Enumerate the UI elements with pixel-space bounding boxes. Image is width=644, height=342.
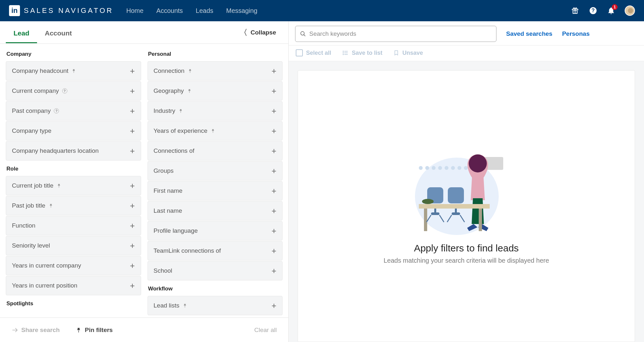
- empty-state-illustration: [415, 148, 518, 235]
- linkedin-logo-icon[interactable]: in: [9, 5, 20, 16]
- plus-icon[interactable]: +: [130, 127, 135, 135]
- plus-icon[interactable]: +: [130, 67, 135, 75]
- select-all-checkbox[interactable]: [296, 49, 303, 56]
- role-filter-4[interactable]: Years in current company+: [6, 256, 141, 275]
- gift-icon[interactable]: [571, 6, 580, 15]
- save-to-list-action[interactable]: Save to list: [342, 50, 382, 56]
- nav-accounts[interactable]: Accounts: [156, 7, 183, 15]
- share-search-button[interactable]: Share search: [12, 327, 60, 334]
- workflow-filter-0[interactable]: Lead lists+: [148, 296, 283, 315]
- company-filter-label-1: Current company: [12, 87, 59, 94]
- help-icon[interactable]: ?: [62, 88, 67, 93]
- pin-icon: [178, 109, 183, 113]
- personal-filter-9[interactable]: TeamLink connections of+: [148, 241, 283, 260]
- plus-icon[interactable]: +: [130, 221, 135, 230]
- personal-filter-label-8: Profile language: [154, 227, 198, 234]
- section-role: Role: [6, 161, 141, 176]
- nav-home[interactable]: Home: [126, 7, 143, 15]
- plus-icon[interactable]: +: [272, 127, 276, 135]
- company-filter-0[interactable]: Company headcount+: [6, 61, 141, 81]
- plus-icon[interactable]: +: [272, 187, 276, 195]
- company-filter-4[interactable]: Company headquarters location+: [6, 141, 141, 161]
- tab-account[interactable]: Account: [37, 22, 80, 43]
- plus-icon[interactable]: +: [130, 281, 135, 290]
- nav-leads[interactable]: Leads: [196, 7, 214, 15]
- plus-icon[interactable]: +: [272, 167, 276, 175]
- select-all-action[interactable]: Select all: [296, 49, 331, 56]
- pin-filters-button[interactable]: Pin filters: [76, 327, 113, 334]
- role-filter-3[interactable]: Seniority level+: [6, 236, 141, 255]
- nav-items: Home Accounts Leads Messaging: [126, 7, 257, 15]
- company-filter-2[interactable]: Past company?+: [6, 101, 141, 121]
- plus-icon[interactable]: +: [130, 261, 135, 270]
- company-filter-label-0: Company headcount: [12, 67, 68, 74]
- personal-filter-5[interactable]: Groups+: [148, 161, 283, 181]
- collapse-button[interactable]: 〈 Collapse: [240, 27, 283, 38]
- plus-icon[interactable]: +: [272, 301, 276, 310]
- personal-filter-0[interactable]: Connection+: [148, 61, 283, 81]
- personal-filter-4[interactable]: Connections of+: [148, 141, 283, 161]
- personal-filter-3[interactable]: Years of experience+: [148, 121, 283, 141]
- personal-filter-6[interactable]: First name+: [148, 181, 283, 200]
- topbar: in SALES NAVIGATOR Home Accounts Leads M…: [0, 0, 644, 21]
- role-filter-2[interactable]: Function+: [6, 216, 141, 235]
- notifications-icon[interactable]: 1: [607, 6, 616, 15]
- search-input[interactable]: [309, 30, 492, 37]
- personal-filter-8[interactable]: Profile language+: [148, 221, 283, 240]
- plus-icon[interactable]: +: [130, 107, 135, 115]
- plus-icon[interactable]: +: [130, 201, 135, 210]
- actions-row: Select all Save to list Unsave: [289, 45, 644, 61]
- role-filter-0[interactable]: Current job title+: [6, 176, 141, 195]
- svg-point-20: [469, 154, 487, 172]
- personal-filter-label-0: Connection: [154, 67, 185, 74]
- plus-icon[interactable]: +: [272, 67, 276, 75]
- search-box[interactable]: [295, 26, 496, 42]
- role-filter-5[interactable]: Years in current position+: [6, 276, 141, 295]
- pin-icon: [72, 69, 76, 73]
- personas-link[interactable]: Personas: [562, 30, 590, 37]
- plus-icon[interactable]: +: [130, 241, 135, 250]
- avatar[interactable]: [625, 5, 635, 16]
- section-personal: Personal: [148, 46, 283, 61]
- clear-all-button[interactable]: Clear all: [254, 327, 277, 334]
- search-row: Saved searches Personas: [289, 21, 644, 45]
- company-filter-1[interactable]: Current company?+: [6, 81, 141, 101]
- role-filter-label-2: Function: [12, 222, 35, 229]
- plus-icon[interactable]: +: [272, 227, 276, 235]
- role-filter-label-1: Past job title: [12, 202, 45, 209]
- help-icon[interactable]: ?: [589, 6, 598, 15]
- personal-filter-1[interactable]: Geography+: [148, 81, 283, 101]
- plus-icon[interactable]: +: [272, 87, 276, 95]
- personal-filter-2[interactable]: Industry+: [148, 101, 283, 121]
- plus-icon[interactable]: +: [272, 147, 276, 155]
- svg-point-7: [343, 51, 344, 52]
- brand-text: SALES NAVIGATOR: [24, 6, 113, 15]
- role-filter-1[interactable]: Past job title+: [6, 196, 141, 215]
- collapse-label: Collapse: [251, 29, 276, 36]
- plus-icon[interactable]: +: [272, 247, 276, 255]
- topbar-right: ? 1: [571, 5, 635, 16]
- saved-searches-link[interactable]: Saved searches: [506, 30, 553, 37]
- svg-rect-21: [419, 204, 490, 209]
- plus-icon[interactable]: +: [272, 207, 276, 215]
- unsave-action[interactable]: Unsave: [393, 50, 423, 56]
- svg-rect-22: [424, 209, 427, 231]
- section-spotlights: Spotlights: [6, 296, 141, 311]
- company-filter-3[interactable]: Company type+: [6, 121, 141, 141]
- personal-filter-10[interactable]: School+: [148, 261, 283, 280]
- list-icon: [342, 50, 349, 56]
- help-icon[interactable]: ?: [54, 108, 59, 113]
- svg-point-14: [438, 166, 442, 170]
- plus-icon[interactable]: +: [130, 147, 135, 155]
- plus-icon[interactable]: +: [130, 181, 135, 190]
- tab-lead[interactable]: Lead: [6, 22, 37, 43]
- personal-filter-7[interactable]: Last name+: [148, 201, 283, 220]
- nav-messaging[interactable]: Messaging: [226, 7, 257, 15]
- plus-icon[interactable]: +: [272, 267, 276, 275]
- personal-filter-label-10: School: [154, 267, 172, 274]
- svg-rect-25: [448, 187, 464, 203]
- svg-point-30: [422, 199, 434, 204]
- personal-filter-label-4: Connections of: [154, 147, 195, 154]
- plus-icon[interactable]: +: [130, 87, 135, 95]
- plus-icon[interactable]: +: [272, 107, 276, 115]
